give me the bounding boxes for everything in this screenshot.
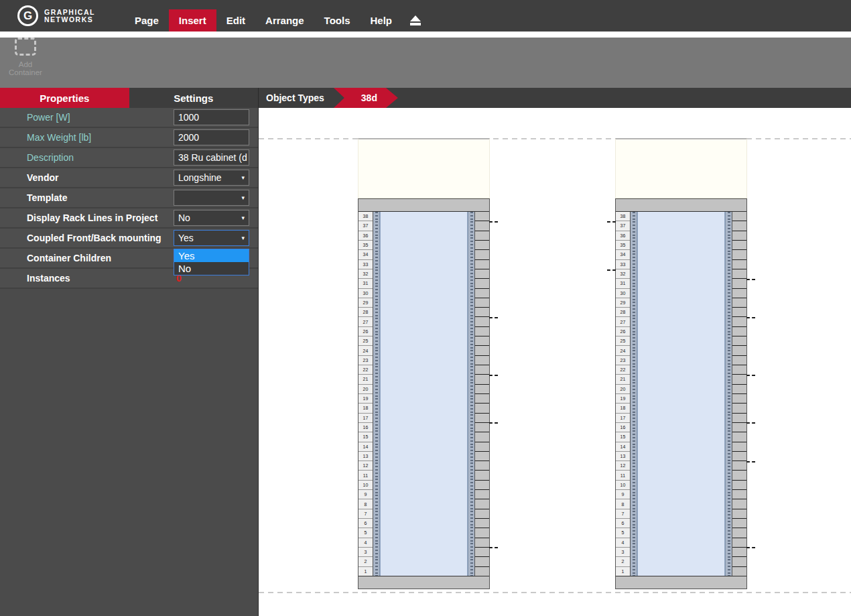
logo-line1: GRAPHICAL <box>44 9 95 16</box>
rack-slot-cell <box>475 385 489 394</box>
rack-slot-cell <box>732 365 746 375</box>
rack-rail-right <box>725 212 732 576</box>
rack-unit-numbers: 3837363534333231302928272625242322212019… <box>616 212 631 576</box>
rack-rail-left <box>631 212 637 576</box>
rack-tick-mark <box>746 317 755 318</box>
rack-unit-number: 7 <box>358 509 373 519</box>
rack-unit-number: 38 <box>358 212 373 221</box>
tab-settings[interactable]: Settings <box>129 88 259 108</box>
rack-slot-cell <box>475 509 489 519</box>
rack-unit-number: 26 <box>616 327 630 336</box>
page-break-line-bottom <box>259 592 851 593</box>
rack-unit-number: 25 <box>358 336 373 346</box>
display-rack-lines-select[interactable]: No▾ <box>174 210 249 226</box>
rack-slot-cell <box>732 336 746 346</box>
field-row-display-rack-lines: Display Rack Lines in ProjectNo▾ <box>0 208 258 229</box>
rack-unit-number: 24 <box>616 346 630 355</box>
dropdown-option-no[interactable]: No <box>174 262 249 275</box>
rack-slot-cell <box>732 461 746 471</box>
menu-item-arrange[interactable]: Arrange <box>255 9 314 32</box>
rack-slot-cell <box>732 490 746 499</box>
rack-slot-cell <box>732 394 746 404</box>
field-label-display-rack-lines: Display Rack Lines in Project <box>0 212 174 223</box>
chevron-down-icon: ▾ <box>241 174 245 181</box>
breadcrumb-38d[interactable]: 38d <box>334 88 398 108</box>
rack-back[interactable]: 3837363534333231302928272625242322212019… <box>615 198 747 589</box>
rack-tick-mark <box>489 317 498 318</box>
chevron-down-icon: ▾ <box>241 235 245 241</box>
rack-unit-number: 37 <box>358 221 373 231</box>
display-rack-lines-select-value: No <box>178 212 190 223</box>
breadcrumb-object-types[interactable]: Object Types <box>259 93 334 103</box>
rack-slot-cell <box>732 499 746 509</box>
rack-unit-number: 17 <box>358 414 373 423</box>
tab-properties[interactable]: Properties <box>0 88 129 108</box>
rack-unit-number: 7 <box>616 509 630 519</box>
menu-item-tools[interactable]: Tools <box>314 9 361 32</box>
rack-slot-cell <box>475 414 489 423</box>
eject-button[interactable] <box>402 9 429 32</box>
rack-unit-number: 22 <box>358 365 373 375</box>
rack-slot-cell <box>475 481 489 490</box>
rack-slot-cell <box>732 327 746 336</box>
rack-slots <box>732 212 746 576</box>
rack-unit-number: 1 <box>616 567 630 576</box>
rack-slot-cell <box>475 375 489 384</box>
menu-item-edit[interactable]: Edit <box>216 9 255 32</box>
coupled-mounting-select[interactable]: Yes▾ <box>174 230 249 246</box>
rack-unit-number: 37 <box>616 221 630 231</box>
page-margin-panel-left <box>358 138 490 198</box>
rack-unit-number: 10 <box>616 481 630 490</box>
rack-panel <box>380 212 468 576</box>
rack-slot-cell <box>732 221 746 231</box>
menu-items: PageInsertEditArrangeToolsHelp <box>125 9 402 32</box>
rack-slot-cell <box>475 567 489 576</box>
rack-slot-cell <box>732 452 746 461</box>
max-weight-input[interactable]: 2000 <box>174 129 249 145</box>
rack-unit-number: 5 <box>358 528 373 538</box>
rack-front[interactable]: 3837363534333231302928272625242322212019… <box>358 198 490 589</box>
rack-slot-cell <box>475 250 489 259</box>
field-label-power: Power [W] <box>0 112 174 123</box>
chevron-down-icon: ▾ <box>241 214 245 221</box>
power-input[interactable]: 1000 <box>174 109 249 125</box>
rack-slot-cell <box>475 557 489 566</box>
menu-item-insert[interactable]: Insert <box>169 9 216 32</box>
rack-bottom-cap <box>358 576 489 589</box>
field-label-template: Template <box>0 192 174 203</box>
properties-sidebar: PropertiesSettings Power [W]1000Max Weig… <box>0 88 258 616</box>
field-row-max-weight: Max Weight [lb]2000 <box>0 128 258 148</box>
rack-tick-mark <box>607 269 616 271</box>
rack-unit-number: 18 <box>616 404 630 413</box>
logo-line2: NETWORKS <box>44 16 95 23</box>
menu-item-help[interactable]: Help <box>360 9 402 32</box>
add-container-icon <box>15 38 36 56</box>
add-container-button[interactable]: Add Container <box>4 38 47 76</box>
vendor-select[interactable]: Longshine▾ <box>174 170 249 186</box>
diagram-page[interactable]: 3837363534333231302928272625242322212019… <box>259 108 851 616</box>
rack-unit-number: 36 <box>358 231 373 241</box>
rack-tick-mark <box>489 422 498 424</box>
dropdown-option-yes[interactable]: Yes <box>174 249 249 262</box>
template-select[interactable]: ▾ <box>174 190 249 206</box>
rack-unit-number: 20 <box>616 385 630 394</box>
rack-slot-cell <box>732 414 746 423</box>
description-input[interactable]: 38 Ru cabinet (d <box>174 149 249 166</box>
menu-item-page[interactable]: Page <box>125 9 169 32</box>
rack-unit-number: 14 <box>616 442 630 452</box>
app-logo: G GRAPHICAL NETWORKS <box>17 5 95 26</box>
rack-unit-number: 8 <box>616 499 630 509</box>
rack-bottom-cap <box>616 576 746 589</box>
rack-slot-cell <box>732 471 746 480</box>
rack-unit-number: 31 <box>616 279 630 288</box>
rack-slot-cell <box>475 212 489 221</box>
rack-unit-number: 20 <box>358 385 373 394</box>
rack-unit-number: 28 <box>358 308 373 317</box>
rack-slot-cell <box>732 317 746 326</box>
add-container-label-line1: Add <box>9 60 42 68</box>
rack-unit-number: 38 <box>616 212 630 221</box>
field-label-description: Description <box>0 152 174 163</box>
rack-slot-cell <box>475 471 489 480</box>
field-row-template: Template▾ <box>0 188 258 208</box>
rack-slot-cell <box>732 567 746 576</box>
